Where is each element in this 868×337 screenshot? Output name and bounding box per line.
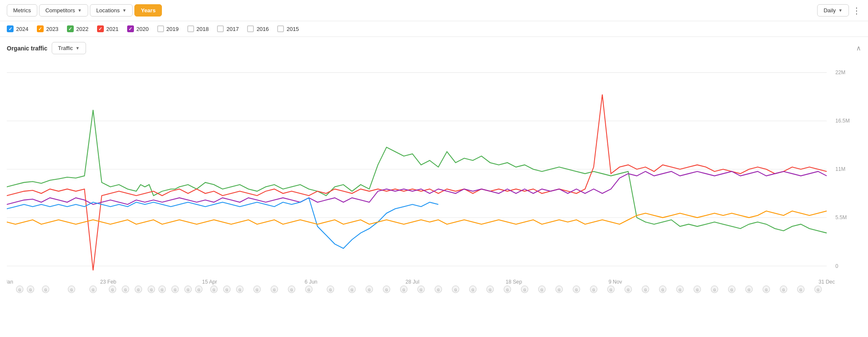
svg-text:15 Apr: 15 Apr bbox=[202, 279, 217, 285]
year-item-2015[interactable]: 2015 bbox=[277, 25, 299, 32]
year-item-2024[interactable]: ✓2024 bbox=[7, 25, 28, 32]
checkbox-2023[interactable]: ✓ bbox=[37, 25, 44, 32]
svg-text:G: G bbox=[44, 288, 47, 292]
svg-text:G: G bbox=[137, 288, 139, 292]
svg-text:G: G bbox=[523, 288, 526, 292]
svg-text:5.5M: 5.5M bbox=[835, 214, 847, 220]
competitors-button[interactable]: Competitors ▼ bbox=[39, 4, 88, 17]
svg-text:G: G bbox=[150, 288, 153, 292]
years-button[interactable]: Years bbox=[134, 4, 162, 17]
svg-text:G: G bbox=[70, 288, 73, 292]
svg-text:G: G bbox=[186, 288, 189, 292]
more-options-button[interactable]: ⋮ bbox=[852, 6, 861, 16]
svg-text:G: G bbox=[437, 288, 440, 292]
svg-text:G: G bbox=[661, 288, 664, 292]
svg-text:9 Nov: 9 Nov bbox=[609, 279, 623, 285]
svg-text:G: G bbox=[644, 288, 647, 292]
top-bar: Metrics Competitors ▼ Locations ▼ Years … bbox=[0, 0, 868, 21]
svg-text:G: G bbox=[174, 288, 176, 292]
svg-text:G: G bbox=[679, 288, 681, 292]
svg-text:G: G bbox=[627, 288, 629, 292]
year-item-2018[interactable]: 2018 bbox=[187, 25, 209, 32]
svg-text:G: G bbox=[273, 288, 275, 292]
svg-text:G: G bbox=[385, 288, 388, 292]
svg-text:G: G bbox=[329, 288, 331, 292]
year-item-2021[interactable]: ✓2021 bbox=[97, 25, 119, 32]
toolbar-right: Daily ▼ ⋮ bbox=[817, 4, 861, 17]
daily-chevron-icon: ▼ bbox=[838, 8, 843, 13]
svg-text:G: G bbox=[124, 288, 127, 292]
svg-text:G: G bbox=[308, 288, 310, 292]
year-label-2022: 2022 bbox=[76, 26, 89, 32]
svg-text:22M: 22M bbox=[835, 70, 846, 75]
metric-label: Traffic bbox=[58, 45, 73, 51]
checkbox-2022[interactable]: ✓ bbox=[67, 25, 74, 32]
checkbox-2018[interactable] bbox=[187, 25, 194, 32]
svg-text:G: G bbox=[696, 288, 698, 292]
checkbox-2024[interactable]: ✓ bbox=[7, 25, 14, 32]
svg-text:G: G bbox=[29, 288, 32, 292]
year-item-2016[interactable]: 2016 bbox=[247, 25, 269, 32]
year-item-2020[interactable]: ✓2020 bbox=[127, 25, 149, 32]
collapse-button[interactable]: ∧ bbox=[856, 44, 861, 52]
year-label-2023: 2023 bbox=[46, 26, 58, 32]
svg-text:G: G bbox=[213, 288, 215, 292]
chart-header: Organic traffic Traffic ▼ ∧ bbox=[7, 42, 861, 54]
svg-text:G: G bbox=[403, 288, 405, 292]
locations-chevron-icon: ▼ bbox=[122, 8, 127, 13]
toolbar-left: Metrics Competitors ▼ Locations ▼ Years bbox=[7, 4, 162, 17]
svg-text:G: G bbox=[489, 288, 491, 292]
svg-text:G: G bbox=[817, 288, 819, 292]
svg-text:G: G bbox=[420, 288, 422, 292]
year-item-2023[interactable]: ✓2023 bbox=[37, 25, 58, 32]
svg-text:G: G bbox=[765, 288, 768, 292]
competitors-chevron-icon: ▼ bbox=[78, 8, 82, 13]
svg-text:G: G bbox=[748, 288, 750, 292]
year-item-2022[interactable]: ✓2022 bbox=[67, 25, 89, 32]
svg-text:G: G bbox=[225, 288, 228, 292]
metric-chevron-icon: ▼ bbox=[75, 46, 80, 50]
svg-text:G: G bbox=[198, 288, 200, 292]
checkbox-2019[interactable] bbox=[157, 25, 164, 32]
year-label-2019: 2019 bbox=[167, 26, 179, 32]
svg-text:G: G bbox=[368, 288, 370, 292]
chart-title-area: Organic traffic Traffic ▼ bbox=[7, 42, 86, 54]
svg-text:18 Sep: 18 Sep bbox=[506, 279, 522, 285]
metrics-button[interactable]: Metrics bbox=[7, 4, 37, 17]
year-label-2021: 2021 bbox=[106, 26, 119, 32]
svg-text:G: G bbox=[609, 288, 612, 292]
svg-text:G: G bbox=[161, 288, 163, 292]
svg-text:G: G bbox=[799, 288, 802, 292]
svg-text:G: G bbox=[111, 288, 114, 292]
svg-text:2 Jan: 2 Jan bbox=[7, 279, 13, 285]
svg-text:G: G bbox=[471, 288, 474, 292]
year-label-2016: 2016 bbox=[256, 26, 269, 32]
svg-text:G: G bbox=[730, 288, 733, 292]
svg-text:G: G bbox=[558, 288, 560, 292]
svg-text:G: G bbox=[575, 288, 578, 292]
metric-selector-button[interactable]: Traffic ▼ bbox=[52, 42, 86, 54]
svg-text:G: G bbox=[540, 288, 543, 292]
svg-text:G: G bbox=[92, 288, 94, 292]
locations-button[interactable]: Locations ▼ bbox=[90, 4, 133, 17]
checkbox-2017[interactable] bbox=[217, 25, 224, 32]
checkbox-2020[interactable]: ✓ bbox=[127, 25, 134, 32]
svg-text:G: G bbox=[454, 288, 457, 292]
svg-text:G: G bbox=[18, 288, 21, 292]
year-item-2019[interactable]: 2019 bbox=[157, 25, 179, 32]
checkbox-2015[interactable] bbox=[277, 25, 284, 32]
svg-text:16.5M: 16.5M bbox=[835, 118, 850, 124]
daily-label: Daily bbox=[823, 7, 836, 14]
svg-text:G: G bbox=[239, 288, 241, 292]
svg-text:G: G bbox=[593, 288, 595, 292]
traffic-chart: 22M 16.5M 11M 5.5M 0 2 Jan 23 Feb 15 Apr… bbox=[7, 59, 861, 297]
daily-button[interactable]: Daily ▼ bbox=[817, 4, 849, 17]
svg-text:31 Dec: 31 Dec bbox=[818, 279, 835, 285]
checkbox-2016[interactable] bbox=[247, 25, 254, 32]
checkbox-2021[interactable]: ✓ bbox=[97, 25, 104, 32]
year-item-2017[interactable]: 2017 bbox=[217, 25, 239, 32]
svg-text:G: G bbox=[782, 288, 785, 292]
svg-text:G: G bbox=[713, 288, 716, 292]
svg-text:28 Jul: 28 Jul bbox=[406, 279, 420, 285]
svg-text:0: 0 bbox=[835, 263, 838, 269]
